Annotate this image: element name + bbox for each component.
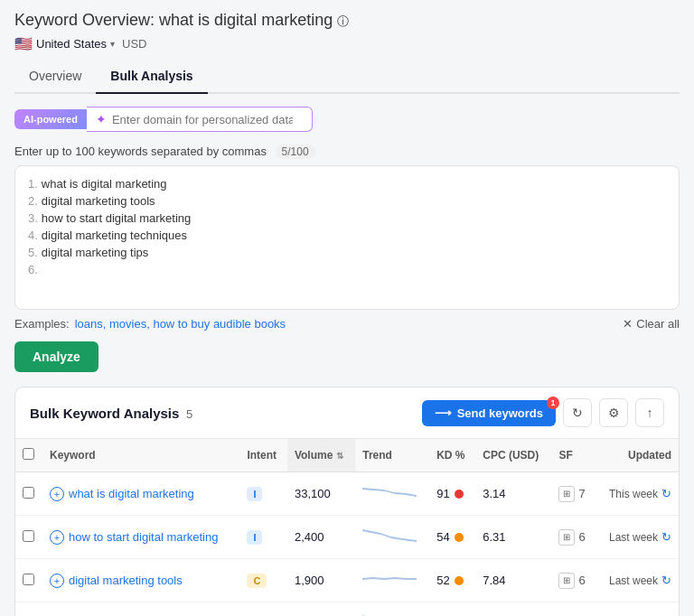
row-checkbox[interactable] bbox=[23, 487, 34, 499]
location-label: United States bbox=[36, 37, 107, 51]
sf-value: 6 bbox=[578, 574, 585, 587]
row-kd: 52 bbox=[429, 559, 475, 602]
row-cpc: 6.31 bbox=[475, 516, 551, 559]
row-sf: ⊞ 3 bbox=[551, 602, 596, 617]
header-volume[interactable]: Volume ⇅ bbox=[287, 439, 355, 472]
notification-dot: 1 bbox=[547, 397, 559, 409]
page-container: Keyword Overview: what is digital market… bbox=[0, 0, 694, 616]
keyword-link[interactable]: + what is digital marketing bbox=[50, 487, 232, 501]
page-title: Keyword Overview: what is digital market… bbox=[14, 11, 680, 30]
settings-icon: ⚙ bbox=[608, 406, 620, 420]
info-icon[interactable]: ⓘ bbox=[337, 14, 349, 28]
row-updated: Last week ↻ bbox=[596, 559, 679, 602]
header-kd: KD % bbox=[429, 439, 475, 472]
row-updated: 2 weeks ↻ bbox=[596, 602, 679, 617]
intent-badge: C bbox=[247, 574, 267, 588]
row-cpc: 3.14 bbox=[475, 472, 551, 516]
chevron-down-icon: ▾ bbox=[110, 39, 115, 49]
sort-icon: ⇅ bbox=[336, 451, 343, 461]
sf-icon: ⊞ bbox=[558, 573, 575, 589]
row-checkbox-cell bbox=[15, 602, 42, 617]
list-item: 5.digital marketing tips bbox=[28, 244, 666, 261]
kd-dot-icon bbox=[455, 533, 464, 542]
row-intent: I bbox=[239, 472, 287, 516]
settings-button[interactable]: ⚙ bbox=[599, 398, 628, 427]
kd-value: 52 bbox=[436, 574, 449, 587]
expand-circle-icon: + bbox=[50, 530, 64, 545]
kd-dot-icon bbox=[455, 576, 464, 585]
header-sf: SF bbox=[551, 439, 596, 472]
list-item: 1.what is digital marketing bbox=[28, 175, 666, 192]
keyword-count-badge: 5/100 bbox=[276, 145, 315, 159]
header-trend: Trend bbox=[355, 439, 429, 472]
intent-badge: I bbox=[247, 530, 262, 545]
row-volume: 1,900 bbox=[287, 559, 355, 602]
keyword-list: 1.what is digital marketing 2.digital ma… bbox=[28, 175, 666, 278]
header-intent: Intent bbox=[239, 439, 287, 472]
send-keywords-button[interactable]: ⟶ Send keywords 1 bbox=[422, 400, 556, 426]
domain-input-wrapper: ✦ bbox=[87, 107, 313, 132]
row-updated: This week ↻ bbox=[596, 472, 679, 516]
table-header-row: Keyword Intent Volume ⇅ Trend KD % CPC (… bbox=[15, 439, 679, 472]
analyze-button[interactable]: Analyze bbox=[14, 341, 98, 372]
bulk-analysis-header: Bulk Keyword Analysis 5 ⟶ Send keywords … bbox=[15, 387, 679, 439]
row-volume: 2,400 bbox=[287, 516, 355, 559]
list-item: 4.digital marketing techniques bbox=[28, 227, 666, 244]
table-row: + digital marketing tools C 1,900 52 7.8… bbox=[15, 559, 679, 602]
table-wrapper: Keyword Intent Volume ⇅ Trend KD % CPC (… bbox=[15, 439, 679, 616]
sparkle-icon: ✦ bbox=[96, 112, 107, 126]
row-trend bbox=[355, 472, 429, 516]
row-checkbox[interactable] bbox=[23, 530, 34, 542]
header-checkbox-cell bbox=[15, 439, 42, 472]
refresh-button[interactable]: ↻ bbox=[563, 398, 592, 427]
sf-value: 7 bbox=[578, 487, 585, 500]
header-keyword: Keyword bbox=[42, 439, 239, 472]
keyword-link[interactable]: + digital marketing tools bbox=[50, 574, 232, 588]
row-checkbox-cell bbox=[15, 559, 42, 602]
keyword-table: Keyword Intent Volume ⇅ Trend KD % CPC (… bbox=[15, 439, 679, 616]
examples-link[interactable]: loans, movies, how to buy audible books bbox=[75, 317, 286, 331]
clear-all-button[interactable]: ✕ Clear all bbox=[623, 317, 680, 331]
header-updated: Updated bbox=[596, 439, 679, 472]
list-item-empty: 6. bbox=[28, 261, 666, 278]
export-button[interactable]: ↑ bbox=[635, 398, 664, 427]
table-row: + digital marketing tips I 590 74 4.07 ⊞… bbox=[15, 602, 679, 617]
row-trend bbox=[355, 516, 429, 559]
row-intent: I bbox=[239, 602, 287, 617]
row-refresh-icon[interactable]: ↻ bbox=[661, 574, 671, 587]
row-checkbox-cell bbox=[15, 516, 42, 559]
bulk-title: Bulk Keyword Analysis 5 bbox=[30, 406, 192, 421]
location-button[interactable]: 🇺🇸 United States ▾ bbox=[14, 35, 115, 52]
domain-input[interactable] bbox=[112, 113, 293, 126]
keyword-textarea-box[interactable]: 1.what is digital marketing 2.digital ma… bbox=[14, 165, 680, 310]
row-checkbox[interactable] bbox=[23, 574, 34, 585]
row-keyword: + digital marketing tips bbox=[42, 602, 239, 617]
sf-icon: ⊞ bbox=[558, 486, 575, 502]
updated-label: This week bbox=[609, 488, 658, 500]
expand-circle-icon: + bbox=[50, 487, 64, 501]
sf-icon: ⊞ bbox=[558, 529, 575, 546]
row-refresh-icon[interactable]: ↻ bbox=[661, 530, 671, 544]
table-row: + what is digital marketing I 33,100 91 … bbox=[15, 472, 679, 516]
row-refresh-icon[interactable]: ↻ bbox=[661, 487, 671, 500]
list-item: 2.digital marketing tools bbox=[28, 192, 666, 210]
export-icon: ↑ bbox=[647, 406, 653, 420]
location-row: 🇺🇸 United States ▾ USD bbox=[14, 35, 680, 52]
updated-label: Last week bbox=[609, 574, 658, 587]
bulk-actions: ⟶ Send keywords 1 ↻ ⚙ ↑ bbox=[422, 398, 664, 427]
keyword-limit-row: Enter up to 100 keywords separated by co… bbox=[14, 145, 680, 158]
row-sf: ⊞ 6 bbox=[551, 516, 596, 559]
header-cpc: CPC (USD) bbox=[475, 439, 551, 472]
select-all-checkbox[interactable] bbox=[23, 448, 34, 460]
tabs-bar: Overview Bulk Analysis bbox=[14, 61, 680, 94]
updated-label: Last week bbox=[609, 531, 658, 544]
row-keyword: + what is digital marketing bbox=[42, 472, 239, 516]
row-updated: Last week ↻ bbox=[596, 516, 679, 559]
tab-overview[interactable]: Overview bbox=[14, 61, 96, 94]
keyword-link[interactable]: + how to start digital marketing bbox=[50, 530, 232, 545]
bulk-analysis-section: Bulk Keyword Analysis 5 ⟶ Send keywords … bbox=[14, 387, 680, 616]
examples-row: Examples: loans, movies, how to buy audi… bbox=[14, 317, 680, 331]
tab-bulk-analysis[interactable]: Bulk Analysis bbox=[96, 61, 207, 94]
intent-badge: I bbox=[247, 487, 262, 501]
header: Keyword Overview: what is digital market… bbox=[14, 11, 680, 30]
